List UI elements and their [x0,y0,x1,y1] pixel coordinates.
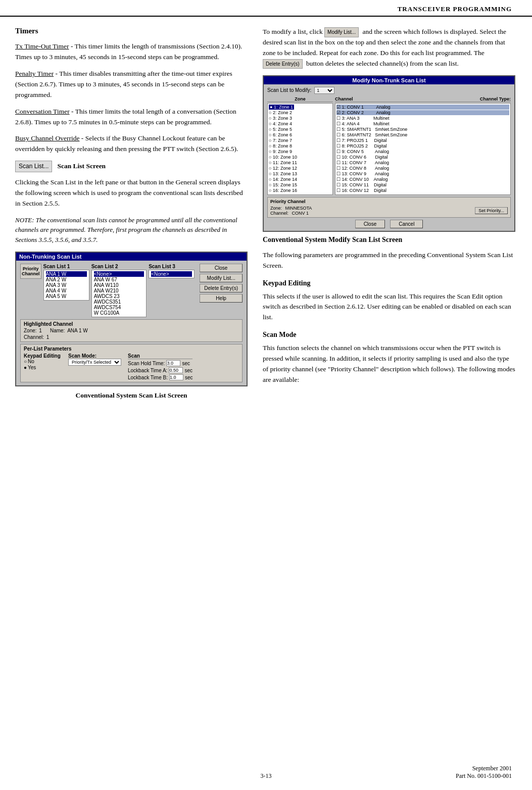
ch-row-2[interactable]: ☑ 2: CONV 2 Analog [336,110,509,115]
ch-row-13[interactable]: ☐ 13: CONV 9 Analog [336,171,509,176]
scan-list-1-item-3[interactable]: ANA 4 W [46,288,87,293]
ch-row-5[interactable]: ☐ 5: SMARTNT1 SmNet.SmZone [336,127,509,132]
ch-row-11[interactable]: ☐ 11: CONV 7 Analog [336,160,509,165]
scan-list-2-items[interactable]: <None> ANA W 67 ANA W110 ANA W210 AWDCS … [91,270,147,317]
keypad-editing-col: Keypad Editing ○ No ● Yes [24,353,64,371]
penalty-timer-label: Penalty Timer [15,70,54,77]
channel-box[interactable]: ☑ 1: CONV 1 Analog ☑ 2: CONV 2 Analog ☐ … [335,103,511,195]
scan-list-1-label: Scan List 1 [43,264,89,269]
scan-mode-heading: Scan Mode [263,331,515,339]
footer: September 2001 Part No. 001-5100-001 [456,765,512,780]
ch-row-6[interactable]: ☐ 6: SMARTNT2 SmNet.SmZone [336,132,509,137]
set-priority-button[interactable]: Set Priority... [475,207,508,214]
no-radio[interactable]: ○ [24,359,27,364]
zone-list-box[interactable]: ● 1: Zone 1 ○ 2: Zone 2 ○ 3: Zone 3 ○ 4:… [267,103,333,195]
zone-row-14[interactable]: ○ 14: Zone 14 [269,177,331,182]
close-button[interactable]: Close [200,264,243,272]
yes-radio[interactable]: ● [24,365,27,370]
scan-list-2-item-4[interactable]: AWDCS 23 [94,293,144,299]
zone-row-4[interactable]: ○ 4: Zone 4 [269,121,331,126]
delete-btn-inline[interactable]: Delete Entry(s) [263,59,303,69]
footer-part-no: Part No. 001-5100-001 [456,772,512,780]
delete-entries-button[interactable]: Delete Entry(s) [200,284,243,292]
ch-row-3[interactable]: ☐ 3: ANA 3 Multinet [336,116,509,121]
priority-details: Zone: MINNESOTA Channel: CONV 1 [270,206,473,216]
scan-list-3-items[interactable]: <None> [149,270,195,278]
scan-list-1-item-4[interactable]: ANA 5 W [46,293,87,299]
scan-list-3-item-0[interactable]: <None> [151,271,192,277]
zone-row-3[interactable]: ○ 3: Zone 3 [269,116,331,121]
zone-row-15[interactable]: ○ 15: Zone 15 [269,182,331,187]
ch-row-16[interactable]: ☐ 16: CONV 12 Digital [336,188,509,193]
zone-field: Zone: 1 [24,328,42,333]
ch-row-10[interactable]: ☐ 10: CONV 6 Digital [336,155,509,160]
priority-channel-area: Priority Channel Zone: MINNESOTA Channel… [267,197,511,218]
ch-row-9[interactable]: ☐ 9: CONV 5 Analog [336,149,509,154]
scan-hold-input[interactable] [166,360,180,366]
scan-list-2-item-1[interactable]: ANA W 67 [94,277,144,282]
zone-row-9[interactable]: ○ 9: Zone 9 [269,149,331,154]
modify-main-area: Zone ● 1: Zone 1 ○ 2: Zone 2 ○ 3: Zone 3… [267,96,511,195]
help-button[interactable]: Help [200,294,243,303]
zone-row-6[interactable]: ○ 6: Zone 6 [269,132,331,137]
ch-row-4[interactable]: ☐ 4: ANA 4 Multinet [336,121,509,126]
ch-row-8[interactable]: ☐ 8: PROJ25 2 Digital [336,143,509,149]
scan-list-1-item-1[interactable]: ANA 2 W [46,277,87,282]
scan-list-1-item-2[interactable]: ANA 3 W [46,282,87,288]
zone-row-5[interactable]: ○ 5: Zone 5 [269,127,331,132]
zone-row-13[interactable]: ○ 13: Zone 13 [269,171,331,176]
scan-list-1-item-0[interactable]: ANA 1 W [46,271,87,277]
channel-header-label: Channel [335,96,353,102]
zone-row-12[interactable]: ○ 12: Zone 12 [269,166,331,171]
zone-row-10[interactable]: ○ 10: Zone 10 [269,155,331,160]
sec1-label: sec [182,361,190,366]
scan-list-2-item-6[interactable]: AWDCS754 [94,305,144,310]
zone-row-2[interactable]: ○ 2: Zone 2 [269,110,331,115]
zone-row-11[interactable]: ○ 11: Zone 11 [269,160,331,165]
modify-list-inline-btn[interactable]: Modify List... [324,27,359,37]
no-radio-row[interactable]: ○ No [24,359,64,364]
name-field: Name: ANA 1 W [50,328,88,333]
priority-channel-vert-label2: Channel [22,271,40,276]
zone-row-16[interactable]: ○ 16: Zone 16 [269,188,331,193]
timers-heading: Timers [15,27,248,35]
modify-close-button[interactable]: Close [355,220,385,228]
conv-timer-para: Conversation Timer - This timer limits t… [15,107,248,128]
priority-ch-value: CONV 1 [292,211,309,216]
scan-list-row: Scan List... Scan List Screen [15,161,248,172]
scan-list-to-modify-dropdown[interactable]: 1 [314,87,334,94]
lockback-b-input[interactable] [169,374,183,380]
modify-list-button[interactable]: Modify List... [200,274,243,282]
scan-list-2-item-5[interactable]: AWDCS351 [94,299,144,305]
yes-radio-row[interactable]: ● Yes [24,365,64,370]
lockback-a-input[interactable] [169,367,183,373]
priority-channel-section-label: Priority Channel [270,199,508,204]
highlighted-channel-label: Highlighted Channel [24,321,73,327]
ch-row-12[interactable]: ☐ 12: CONV 8 Analog [336,166,509,171]
main-content: Timers Tx Time-Out Timer - This timer li… [0,17,532,408]
tx-timer-para: Tx Time-Out Timer - This timer limits th… [15,41,248,63]
scan-list-2-item-2[interactable]: ANA W110 [94,282,144,288]
zone-row-1[interactable]: ● 1: Zone 1 [269,105,331,110]
scan-list-screen-caption: Conventional System Scan List Screen [15,391,248,400]
ch-row-1[interactable]: ☑ 1: CONV 1 Analog [336,105,509,110]
keypad-editing-heading: Keypad Editing [263,279,515,287]
zone-col-header: Zone [267,96,333,102]
scan-mode-dropdown[interactable]: Priority/Tx Selected [68,359,121,366]
channel-type-header-label: Channel Type: [480,96,511,102]
zone-1-selected[interactable]: ● 1: Zone 1 [269,105,294,110]
scan-list-screen-body: Priority Channel Scan List 1 ANA 1 W ANA… [16,261,247,385]
scan-list-1-items[interactable]: ANA 1 W ANA 2 W ANA 3 W ANA 4 W ANA 5 W [43,270,89,301]
page-number: 3-13 [261,772,272,780]
modify-cancel-button[interactable]: Cancel [390,220,423,228]
ch-row-7[interactable]: ☐ 7: PROJ25 1 Digital [336,138,509,143]
zone-row-7[interactable]: ○ 7: Zone 7 [269,138,331,143]
scan-list-button[interactable]: Scan List... [15,161,52,172]
ch-row-15[interactable]: ☐ 15: CONV 11 Digital [336,182,509,187]
scan-list-2-item-7[interactable]: W CG100A [94,310,144,316]
scan-list-2-item-3[interactable]: ANA W210 [94,288,144,293]
scan-list-2-item-0[interactable]: <None> [94,271,144,277]
zone-row-8[interactable]: ○ 8: Zone 8 [269,143,331,149]
ch-row-14[interactable]: ☐ 14: CONV 10 Analog [336,177,509,182]
scan-list-to-modify-label: Scan List to Modify: [267,87,311,93]
